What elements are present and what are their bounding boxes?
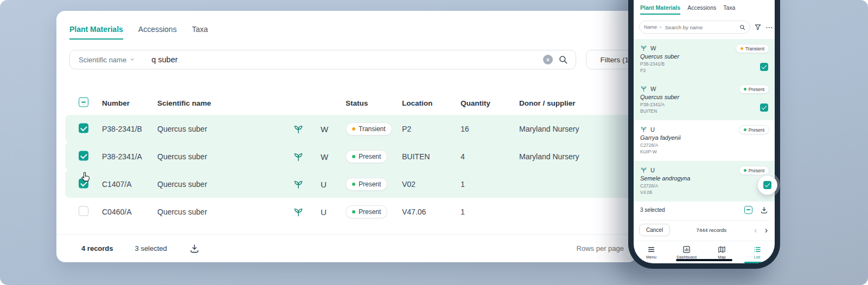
status-label: Present <box>749 87 764 92</box>
cell-scientific-name: Quercus suber <box>157 152 207 161</box>
record-count: 7444 records <box>674 227 748 233</box>
floating-select-button[interactable] <box>757 175 777 195</box>
item-location: KUIP-W <box>640 149 657 154</box>
tab-plant-materials[interactable]: Plant Materials <box>69 25 123 40</box>
cell-type-letter: U <box>321 207 327 216</box>
status-label: Present <box>359 153 381 160</box>
item-scientific-name: Quercus suber <box>640 53 679 60</box>
search-field-selector-label: Name <box>644 24 657 30</box>
tab-taxa[interactable]: Taxa <box>192 25 208 40</box>
chevron-down-icon <box>130 57 135 62</box>
mobile-search-bar: Name <box>639 21 750 34</box>
item-number: P38-2341/A <box>640 102 665 107</box>
item-location: V4.06 <box>640 190 652 195</box>
search-input[interactable] <box>151 55 539 64</box>
search-bar: Scientific name × <box>69 50 576 69</box>
cell-number: P38-2341/A <box>102 152 142 161</box>
status-label: Present <box>749 127 764 133</box>
tab-accessions[interactable]: Accessions <box>687 4 716 15</box>
home-indicator <box>676 259 732 261</box>
row-checkbox[interactable] <box>79 178 88 188</box>
status-badge: Present <box>346 150 387 163</box>
tab-plant-materials[interactable]: Plant Materials <box>640 4 680 15</box>
list-item[interactable]: W Present Quercus suber P38-2341/A BUITE… <box>634 80 775 120</box>
status-label: Present <box>359 208 381 216</box>
nav-label: List <box>754 255 761 260</box>
item-number: C2726/A <box>640 183 658 189</box>
search-input[interactable] <box>665 24 737 30</box>
list-item[interactable]: U Present Garrya fadyenii C2728/A KUIP-W <box>634 120 775 161</box>
record-count: 4 records <box>81 244 113 252</box>
plant-materials-icon <box>640 85 647 92</box>
select-all-checkbox[interactable] <box>744 206 752 214</box>
item-checkbox[interactable] <box>760 63 768 71</box>
search-field-selector[interactable]: Scientific name <box>79 56 135 64</box>
table-header: Number Scientific name Status Location Q… <box>65 92 637 114</box>
table-row[interactable]: P38-2341/B Quercus suber W Transient P2 … <box>65 115 637 142</box>
export-button[interactable] <box>189 243 201 255</box>
nav-item-list[interactable]: List <box>739 241 775 263</box>
search-field-selector-label: Scientific name <box>79 56 126 64</box>
table-row[interactable]: C1407/A Quercus suber U Present V02 1 <box>65 170 637 198</box>
more-options-button[interactable]: ⋯ <box>765 23 774 31</box>
search-field-selector[interactable]: Name <box>644 24 662 30</box>
header-donor: Donor / supplier <box>519 99 576 107</box>
next-page-button[interactable]: › <box>763 225 769 235</box>
table-row[interactable]: P38-2341/A Quercus suber W Present BUITE… <box>65 142 637 170</box>
search-icon[interactable] <box>739 24 745 30</box>
chevron-right-icon: › <box>765 225 768 235</box>
more-icon: ⋯ <box>765 23 774 31</box>
search-icon[interactable] <box>557 54 569 66</box>
cancel-button[interactable]: Cancel <box>639 224 670 236</box>
export-button[interactable] <box>760 206 768 214</box>
status-dot <box>352 210 355 213</box>
item-checkbox[interactable] <box>760 103 768 112</box>
status-label: Transient <box>745 46 764 51</box>
plant-materials-icon <box>640 44 647 51</box>
row-checkbox[interactable] <box>79 206 88 216</box>
cell-scientific-name: Quercus suber <box>157 125 207 133</box>
cell-scientific-name: Quercus suber <box>157 208 207 216</box>
row-checkbox[interactable] <box>79 123 88 133</box>
mobile-search-row: Name ⋯ <box>639 21 771 34</box>
status-dot <box>744 169 746 172</box>
cell-number: P38-2341/B <box>102 125 142 133</box>
map-icon <box>718 245 726 254</box>
header-number: Number <box>102 99 130 107</box>
list-item[interactable]: W Transient Quercus suber P38-2341/B P2 <box>634 39 775 80</box>
table-row[interactable]: C0460/A Quercus suber U Present V47.06 1 <box>65 198 637 225</box>
status-label: Present <box>749 168 764 173</box>
tab-accessions[interactable]: Accessions <box>138 25 177 40</box>
item-number: C2728/A <box>640 142 658 148</box>
plant-materials-icon <box>640 126 647 133</box>
item-checkbox <box>763 181 771 189</box>
status-badge: Present <box>739 85 769 94</box>
clear-search-button[interactable]: × <box>543 55 553 64</box>
selected-count: 3 selected <box>135 244 167 252</box>
dashboard-icon <box>682 245 691 254</box>
status-badge: Present <box>739 166 769 175</box>
tab-taxa[interactable]: Taxa <box>723 4 735 15</box>
status-dot <box>352 155 355 158</box>
item-location: BUITEN <box>640 108 657 114</box>
list-item[interactable]: U Present Semele androgyna C2726/A V4.06 <box>634 161 775 202</box>
status-dot <box>352 183 355 186</box>
plant-materials-icon <box>293 151 304 162</box>
status-dot <box>741 47 743 50</box>
download-icon <box>189 243 200 254</box>
select-all-checkbox[interactable] <box>79 98 88 107</box>
plant-materials-icon <box>293 179 304 190</box>
filter-button[interactable] <box>754 23 762 31</box>
row-checkbox[interactable] <box>79 151 88 160</box>
header-quantity: Quantity <box>461 99 490 107</box>
header-status: Status <box>346 99 368 107</box>
phone-frame: Plant Materials Accessions Taxa Name ⋯ <box>628 0 780 269</box>
previous-page-button[interactable]: ‹ <box>752 225 758 235</box>
selected-count: 3 selected <box>640 207 665 213</box>
status-badge: Transient <box>346 122 392 135</box>
nav-item-menu[interactable]: Menu <box>634 241 669 263</box>
mobile-selection-bar: 3 selected <box>640 204 768 216</box>
cell-donor: Maryland Nursery <box>519 125 579 133</box>
status-dot <box>744 128 746 131</box>
cell-location: P2 <box>402 125 411 133</box>
